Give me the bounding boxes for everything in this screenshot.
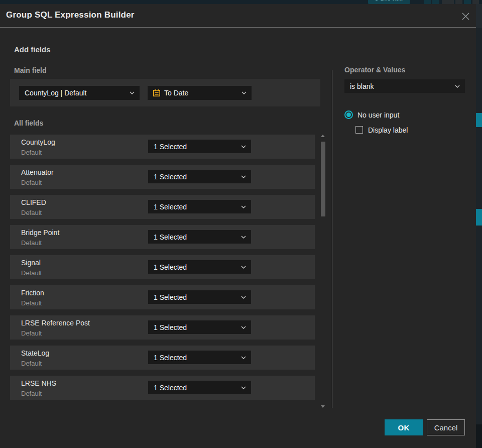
field-values-select[interactable]: 1 Selected (148, 290, 251, 304)
chevron-down-icon (241, 266, 246, 269)
main-field-select-value: CountyLog | Default (19, 89, 130, 97)
field-name: StateLog (21, 349, 49, 357)
field-values-select-value: 1 Selected (148, 384, 241, 392)
field-name: CLIFED (21, 198, 46, 206)
field-values-select[interactable]: 1 Selected (148, 200, 251, 213)
background-band (476, 4, 482, 28)
field-row: Friction Default 1 Selected (10, 285, 315, 309)
field-name: Bridge Point (21, 229, 59, 237)
main-field-container: CountyLog | Default To Date (10, 79, 320, 106)
field-sublabel: Default (21, 329, 42, 337)
field-sublabel: Default (21, 360, 42, 367)
field-name: Attenuator (21, 168, 54, 176)
add-fields-heading: Add fields (14, 45, 51, 54)
background-band (476, 209, 482, 226)
radio-label: No user input (357, 111, 399, 119)
field-values-select[interactable]: 1 Selected (148, 320, 251, 334)
date-field-select-value: To Date (160, 89, 242, 97)
chevron-down-icon (455, 85, 460, 88)
field-sublabel: Default (21, 299, 42, 307)
dialog-header: Group SQL Expression Builder (0, 4, 476, 28)
field-values-select-value: 1 Selected (148, 203, 241, 211)
toolbar-chip (442, 0, 454, 4)
main-field-select[interactable]: CountyLog | Default (19, 86, 140, 100)
chevron-down-icon (241, 356, 246, 359)
operator-values-heading: Operator & Values (344, 66, 405, 74)
chevron-down-icon (241, 205, 246, 208)
field-row: Attenuator Default 1 Selected (10, 165, 315, 189)
field-name: Signal (21, 259, 41, 267)
field-values-select-value: 1 Selected (148, 293, 241, 301)
field-row: Signal Default 1 Selected (10, 255, 315, 279)
field-name: Friction (21, 289, 44, 297)
field-row: CLIFED Default 1 Selected (10, 195, 315, 219)
live-view-button[interactable]: Live view (368, 0, 410, 4)
operator-select[interactable]: is blank (344, 79, 465, 93)
main-field-label: Main field (14, 66, 47, 74)
field-values-select-value: 1 Selected (148, 263, 241, 271)
chevron-down-icon (241, 386, 246, 389)
toolbar-chip (464, 0, 471, 4)
cancel-button[interactable]: Cancel (427, 419, 465, 435)
live-view-label: Live view (380, 0, 403, 2)
background-app-topbar: Live view (0, 0, 482, 4)
background-band (476, 113, 482, 127)
field-values-select-value: 1 Selected (148, 173, 241, 181)
field-values-select-value: 1 Selected (148, 323, 241, 331)
field-sublabel: Default (21, 149, 42, 156)
checkbox-label: Display label (368, 126, 408, 134)
scroll-down-icon[interactable] (321, 405, 325, 408)
chevron-down-icon (241, 145, 246, 148)
field-sublabel: Default (21, 239, 42, 247)
field-name: CountyLog (21, 138, 55, 146)
group-sql-expression-builder-dialog: Group SQL Expression Builder Add fields … (0, 4, 476, 448)
field-sublabel: Default (21, 179, 42, 186)
ok-button[interactable]: OK (385, 419, 423, 435)
all-fields-list: CountyLog Default 1 Selected Attenuator … (10, 135, 315, 406)
date-field-select[interactable]: To Date (148, 86, 252, 100)
field-values-select-value: 1 Selected (148, 143, 241, 151)
field-name: LRSE Reference Post (21, 319, 90, 327)
close-icon[interactable] (460, 11, 471, 22)
all-fields-label: All fields (14, 119, 43, 127)
field-values-select-value: 1 Selected (148, 354, 241, 362)
field-values-select[interactable]: 1 Selected (148, 140, 251, 153)
checkbox-unchecked-icon (355, 126, 363, 134)
chevron-down-icon (241, 326, 246, 329)
field-values-select[interactable]: 1 Selected (148, 170, 251, 183)
scroll-up-icon[interactable] (321, 135, 325, 137)
scrollbar-thumb[interactable] (321, 142, 325, 216)
chevron-down-icon (241, 175, 246, 178)
chevron-down-icon (130, 91, 135, 94)
field-values-select[interactable]: 1 Selected (148, 351, 251, 364)
field-row: CountyLog Default 1 Selected (10, 135, 315, 159)
panel-divider (332, 70, 332, 408)
field-row: Bridge Point Default 1 Selected (10, 225, 315, 249)
field-values-select[interactable]: 1 Selected (148, 260, 251, 274)
field-values-select[interactable]: 1 Selected (148, 230, 251, 244)
operator-select-value: is blank (344, 82, 455, 90)
chevron-down-icon (241, 236, 246, 239)
list-scrollbar[interactable] (321, 134, 325, 409)
background-band (476, 424, 482, 448)
field-row: StateLog Default 1 Selected (10, 346, 315, 370)
background-app-right-strip (476, 4, 482, 448)
field-sublabel: Default (21, 209, 42, 216)
field-sublabel: Default (21, 269, 42, 277)
field-row: LRSE Reference Post Default 1 Selected (10, 315, 315, 340)
field-values-select[interactable]: 1 Selected (148, 381, 251, 394)
toolbar-chip (455, 0, 462, 4)
toolbar-chip (432, 0, 439, 4)
field-values-select-value: 1 Selected (148, 233, 241, 241)
radio-selected-icon (344, 110, 353, 119)
toolbar-chip (424, 0, 431, 4)
field-row: LRSE NHS Default 1 Selected (10, 376, 315, 400)
toolbar-chip (472, 0, 479, 4)
field-name: LRSE NHS (21, 379, 56, 387)
field-sublabel: Default (21, 390, 42, 397)
chevron-down-icon (242, 91, 247, 94)
chevron-down-icon (241, 296, 246, 299)
live-view-dot-icon (375, 0, 378, 1)
dialog-title: Group SQL Expression Builder (6, 10, 135, 20)
